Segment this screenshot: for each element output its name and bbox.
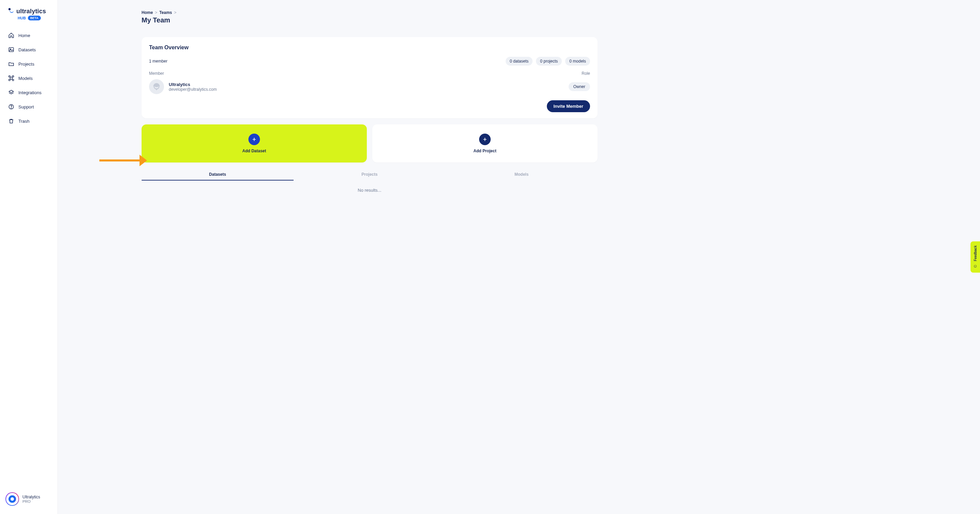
plus-icon (479, 133, 491, 145)
add-dataset-label: Add Dataset (242, 149, 266, 153)
page-title: My Team (142, 16, 598, 24)
sidebar-item-projects[interactable]: Projects (3, 58, 54, 70)
team-overview-card: Team Overview 1 member 0 datasets 0 proj… (142, 37, 598, 118)
sidebar: ultralytics HUB BETA Home Datasets Proje… (0, 0, 58, 514)
add-dataset-card[interactable]: Add Dataset (142, 124, 367, 162)
chip-models: 0 models (565, 57, 590, 66)
invite-member-button[interactable]: Invite Member (547, 100, 590, 112)
user-avatar (5, 492, 19, 506)
sidebar-item-label: Trash (18, 119, 30, 124)
tab-datasets[interactable]: Datasets (142, 169, 294, 180)
tab-models[interactable]: Models (445, 169, 598, 180)
brand-word: ultralytics (16, 8, 46, 15)
svg-point-6 (11, 497, 14, 501)
svg-point-7 (154, 83, 159, 87)
add-project-label: Add Project (473, 149, 496, 153)
chip-projects: 0 projects (536, 57, 562, 66)
image-icon (8, 47, 14, 53)
member-avatar (149, 79, 164, 94)
sidebar-item-label: Models (18, 76, 33, 81)
folder-icon (8, 61, 14, 67)
feedback-label: Feedback (974, 246, 977, 261)
sidebar-nav: Home Datasets Projects Models Integratio… (0, 27, 57, 129)
brand-beta-badge: BETA (28, 16, 41, 21)
breadcrumb: Home > Teams > (142, 10, 598, 15)
svg-point-0 (8, 8, 11, 10)
feedback-icon: ☺ (973, 263, 977, 268)
add-project-card[interactable]: Add Project (372, 124, 598, 162)
svg-point-4 (11, 108, 11, 108)
brand-sub: HUB (18, 16, 26, 20)
sidebar-item-home[interactable]: Home (3, 29, 54, 41)
empty-state: No results... (142, 188, 598, 193)
chip-datasets: 0 datasets (506, 57, 533, 66)
member-count: 1 member (149, 59, 167, 63)
main: Home > Teams > My Team Team Overview 1 m… (58, 0, 980, 514)
tabs: Datasets Projects Models (142, 169, 598, 180)
col-role: Role (582, 71, 590, 76)
sidebar-user[interactable]: Ultralytics PRO (0, 489, 57, 509)
member-email: developer@ultralytics.com (169, 87, 217, 92)
member-name: Ultralytics (169, 82, 217, 87)
help-icon (8, 104, 14, 110)
trash-icon (8, 118, 14, 124)
sidebar-item-datasets[interactable]: Datasets (3, 43, 54, 56)
overview-title: Team Overview (149, 44, 590, 51)
sidebar-item-label: Home (18, 33, 30, 38)
sidebar-item-support[interactable]: Support (3, 101, 54, 113)
col-member: Member (149, 71, 164, 76)
sidebar-item-integrations[interactable]: Integrations (3, 86, 54, 98)
member-row: Ultralytics developer@ultralytics.com Ow… (149, 79, 590, 94)
sidebar-item-models[interactable]: Models (3, 72, 54, 84)
breadcrumb-home[interactable]: Home (142, 10, 153, 15)
feedback-tab[interactable]: Feedback ☺ (970, 241, 980, 273)
sidebar-user-name: Ultralytics (22, 495, 40, 500)
role-badge: Owner (569, 82, 590, 91)
layers-icon (8, 89, 14, 95)
sidebar-item-trash[interactable]: Trash (3, 115, 54, 127)
tab-projects[interactable]: Projects (294, 169, 446, 180)
sidebar-item-label: Integrations (18, 90, 41, 95)
brand[interactable]: ultralytics HUB BETA (0, 8, 57, 27)
breadcrumb-sep: > (155, 10, 157, 15)
sidebar-item-label: Support (18, 105, 34, 109)
svg-rect-8 (156, 88, 157, 90)
command-icon (8, 75, 14, 81)
brand-logo-icon (8, 8, 14, 15)
add-row: Add Dataset Add Project (142, 124, 598, 162)
breadcrumb-sep: > (174, 10, 177, 15)
plus-icon (248, 133, 260, 145)
sidebar-user-plan: PRO (22, 500, 40, 503)
home-icon (8, 32, 14, 38)
breadcrumb-teams[interactable]: Teams (159, 10, 172, 15)
sidebar-item-label: Datasets (18, 47, 36, 52)
sidebar-item-label: Projects (18, 62, 34, 67)
overview-chips: 0 datasets 0 projects 0 models (506, 57, 590, 66)
